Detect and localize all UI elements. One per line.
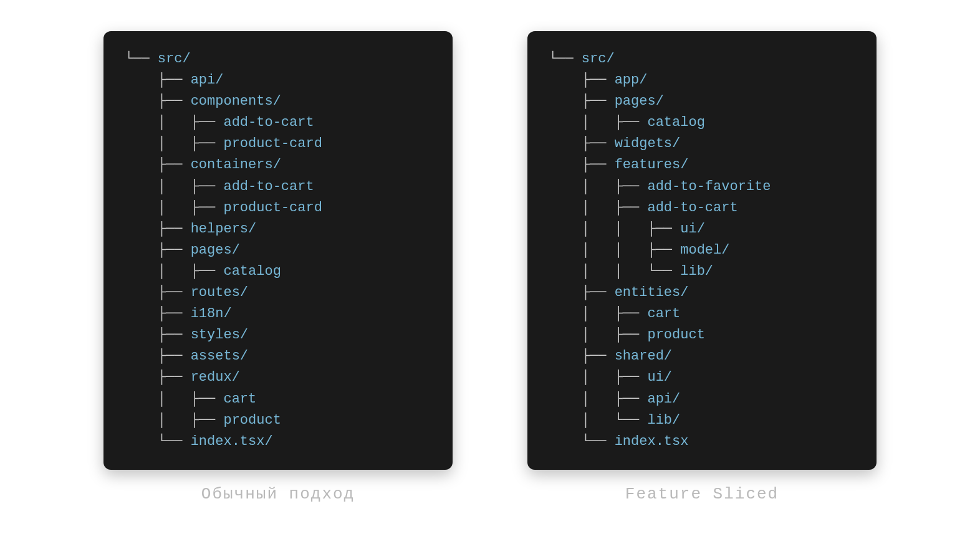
- right-panel: └── src/ ├── app/ ├── pages/ │ ├── catal…: [527, 31, 877, 470]
- tree-line: ├── shared/: [549, 346, 855, 367]
- tree-glyph: ├──: [549, 285, 615, 300]
- tree-line: │ ├── product: [549, 325, 855, 346]
- tree-item-name: catalog: [223, 264, 281, 279]
- tree-glyph: ├──: [125, 157, 191, 173]
- tree-glyph: │ ├──: [549, 200, 647, 216]
- tree-line: │ ├── product-card: [125, 133, 431, 155]
- tree-line: │ ├── catalog: [549, 112, 855, 133]
- tree-glyph: ├──: [125, 242, 191, 258]
- tree-item-name: add-to-cart: [223, 115, 314, 130]
- tree-glyph: │ │ ├──: [549, 242, 680, 258]
- tree-item-name: i18n/: [191, 306, 232, 322]
- tree-line: ├── entities/: [549, 282, 855, 303]
- tree-glyph: ├──: [549, 136, 615, 151]
- tree-line: │ ├── add-to-cart: [125, 176, 431, 198]
- tree-item-name: ui/: [680, 221, 705, 237]
- left-column: └── src/ ├── api/ ├── components/ │ ├── …: [103, 31, 453, 503]
- tree-line: │ │ ├── ui/: [549, 219, 855, 240]
- tree-line: │ ├── product-card: [125, 198, 431, 219]
- tree-item-name: add-to-cart: [647, 200, 737, 216]
- tree-glyph: │ ├──: [125, 391, 223, 407]
- tree-glyph: │ ├──: [125, 136, 223, 151]
- tree-glyph: │ ├──: [549, 327, 647, 343]
- tree-line: └── index.tsx: [549, 431, 855, 452]
- tree-glyph: ├──: [549, 348, 615, 364]
- tree-item-name: add-to-cart: [223, 179, 314, 194]
- tree-item-name: index.tsx/: [191, 434, 273, 449]
- right-column: └── src/ ├── app/ ├── pages/ │ ├── catal…: [527, 31, 877, 503]
- tree-glyph: ├──: [125, 348, 191, 364]
- tree-glyph: ├──: [125, 72, 191, 88]
- tree-glyph: │ ├──: [549, 179, 647, 194]
- left-tree: └── src/ ├── api/ ├── components/ │ ├── …: [125, 49, 431, 452]
- tree-item-name: src/: [158, 51, 191, 67]
- tree-item-name: product-card: [223, 136, 322, 151]
- tree-item-name: containers/: [191, 157, 281, 173]
- tree-line: ├── helpers/: [125, 219, 431, 240]
- tree-item-name: src/: [582, 51, 615, 67]
- left-caption: Обычный подход: [201, 485, 355, 503]
- right-tree: └── src/ ├── app/ ├── pages/ │ ├── catal…: [549, 49, 855, 452]
- tree-glyph: │ ├──: [549, 306, 647, 322]
- tree-line: │ └── lib/: [549, 410, 855, 431]
- tree-glyph: │ ├──: [549, 115, 647, 130]
- tree-item-name: add-to-favorite: [647, 179, 771, 194]
- tree-line: │ ├── catalog: [125, 261, 431, 282]
- tree-item-name: styles/: [191, 327, 248, 343]
- tree-item-name: redux/: [191, 370, 240, 385]
- tree-glyph: │ ├──: [549, 370, 647, 385]
- tree-item-name: routes/: [191, 285, 248, 300]
- tree-line: │ ├── api/: [549, 389, 855, 410]
- tree-line: ├── features/: [549, 155, 855, 176]
- tree-glyph: └──: [125, 51, 158, 67]
- tree-line: ├── components/: [125, 91, 431, 112]
- tree-line: ├── assets/: [125, 346, 431, 367]
- tree-glyph: └──: [549, 434, 615, 449]
- tree-line: │ ├── add-to-cart: [125, 112, 431, 133]
- tree-glyph: │ ├──: [125, 200, 223, 216]
- tree-line: │ │ ├── model/: [549, 240, 855, 261]
- tree-line: └── src/: [125, 49, 431, 70]
- tree-glyph: ├──: [549, 157, 615, 173]
- tree-glyph: │ ├──: [549, 391, 647, 407]
- tree-glyph: ├──: [549, 93, 615, 109]
- tree-item-name: lib/: [647, 412, 680, 428]
- tree-item-name: catalog: [647, 115, 704, 130]
- tree-line: ├── pages/: [125, 240, 431, 261]
- tree-item-name: api/: [647, 391, 680, 407]
- tree-line: ├── i18n/: [125, 303, 431, 325]
- tree-glyph: └──: [125, 434, 191, 449]
- tree-item-name: pages/: [615, 93, 664, 109]
- tree-glyph: ├──: [125, 370, 191, 385]
- tree-glyph: ├──: [125, 221, 191, 237]
- tree-glyph: │ │ ├──: [549, 221, 680, 237]
- tree-item-name: api/: [191, 72, 224, 88]
- tree-item-name: model/: [680, 242, 729, 258]
- tree-glyph: │ └──: [549, 412, 647, 428]
- left-panel: └── src/ ├── api/ ├── components/ │ ├── …: [103, 31, 453, 470]
- tree-line: ├── redux/: [125, 367, 431, 388]
- tree-item-name: entities/: [615, 285, 689, 300]
- tree-line: └── index.tsx/: [125, 431, 431, 452]
- comparison-container: └── src/ ├── api/ ├── components/ │ ├── …: [0, 0, 980, 503]
- tree-line: │ ├── cart: [125, 389, 431, 410]
- tree-item-name: index.tsx: [615, 434, 689, 449]
- tree-glyph: │ ├──: [125, 179, 223, 194]
- tree-item-name: assets/: [191, 348, 248, 364]
- tree-line: ├── routes/: [125, 282, 431, 303]
- tree-line: │ ├── cart: [549, 303, 855, 325]
- tree-glyph: ├──: [549, 72, 615, 88]
- tree-line: │ ├── product: [125, 410, 431, 431]
- tree-item-name: features/: [615, 157, 689, 173]
- tree-glyph: ├──: [125, 306, 191, 322]
- tree-line: ├── api/: [125, 70, 431, 91]
- tree-item-name: cart: [647, 306, 680, 322]
- tree-line: │ ├── ui/: [549, 367, 855, 388]
- tree-item-name: lib/: [680, 264, 713, 279]
- tree-line: │ ├── add-to-cart: [549, 198, 855, 219]
- tree-glyph: │ ├──: [125, 115, 223, 130]
- tree-item-name: helpers/: [191, 221, 257, 237]
- tree-line: │ ├── add-to-favorite: [549, 176, 855, 198]
- tree-line: ├── widgets/: [549, 133, 855, 155]
- tree-item-name: ui/: [647, 370, 672, 385]
